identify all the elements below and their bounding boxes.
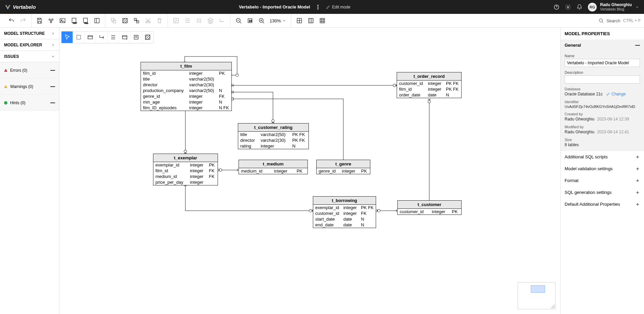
issues-section[interactable]: ISSUES xyxy=(0,51,59,62)
layers-icon[interactable] xyxy=(207,17,214,24)
check-icon[interactable] xyxy=(173,17,179,24)
grid3-icon[interactable] xyxy=(319,17,326,24)
gear-icon[interactable] xyxy=(565,4,571,10)
panel-icon[interactable] xyxy=(94,17,100,24)
pencil-icon xyxy=(326,5,330,9)
canvas-toolbar xyxy=(61,31,154,43)
model-explorer-label: MODEL EXPLORER xyxy=(4,43,42,47)
save-icon[interactable] xyxy=(36,17,43,24)
model-structure-section[interactable]: MODEL STRUCTURE xyxy=(0,28,59,39)
modified-label: Modified by xyxy=(565,125,640,129)
entity-header: t_customer_rating xyxy=(238,124,308,132)
model-explorer-section[interactable]: MODEL EXPLORER xyxy=(0,39,59,51)
column-row: film_ID_episodesintegerN FK xyxy=(141,105,231,111)
size-value: 8 tables xyxy=(565,142,640,147)
entity-t-customer-rating[interactable]: t_customer_rating titlevarchar2(50)PK FK… xyxy=(238,123,309,149)
entity-columns: genre_idintegerPK xyxy=(317,168,370,174)
entity-t-genre[interactable]: t_genre genre_idintegerPK xyxy=(316,160,370,174)
grid2-icon[interactable] xyxy=(307,17,314,24)
column-row: titlevarchar2(50)PK FK xyxy=(238,132,308,137)
select-tool[interactable] xyxy=(61,31,73,43)
entity-columns: titlevarchar2(50)PK FKdirectorvarchar2(3… xyxy=(238,132,308,149)
zoom-out-button[interactable] xyxy=(235,17,242,24)
zoom-in-button[interactable] xyxy=(258,17,265,24)
trash-icon[interactable] xyxy=(156,17,163,24)
format-section[interactable]: Format xyxy=(561,175,644,186)
minimap[interactable] xyxy=(518,282,555,309)
validation-section[interactable]: Model validation settings xyxy=(561,163,644,175)
entity-t-order-record[interactable]: t_order_record customer_idintegerPK FKfi… xyxy=(397,72,462,98)
zoom-value: 130% xyxy=(270,18,281,23)
export-pdf-button[interactable]: PDF xyxy=(71,17,77,24)
column-row: customer_idintegerFK xyxy=(313,210,376,216)
export-sql-button[interactable]: SQL xyxy=(82,17,89,24)
additional-sql-section[interactable]: Additional SQL scripts xyxy=(561,151,644,163)
column-row: exemplar_idintegerPK xyxy=(153,162,218,168)
minimap-viewport[interactable] xyxy=(531,285,545,293)
grid1-icon[interactable] xyxy=(296,17,303,24)
column-row: titlevarchar2(50) xyxy=(141,76,231,82)
resize-handle-icon[interactable] xyxy=(551,305,554,308)
svg-point-86 xyxy=(428,100,430,103)
entity-t-film[interactable]: t_film film_idintegerPKtitlevarchar2(50)… xyxy=(141,62,232,111)
relationship-wires xyxy=(59,28,560,314)
created-label: Created by xyxy=(565,112,640,116)
identifier-value: UvAdSFZjc74vOzBKGYvSHA1jDmRR7xlD xyxy=(565,105,640,109)
errors-row[interactable]: Errors (0) xyxy=(0,62,59,78)
kebab-icon[interactable] xyxy=(315,4,321,10)
brand-logo[interactable]: Vertabelo xyxy=(5,4,36,10)
hints-row[interactable]: Hints (0) xyxy=(0,95,59,111)
area-tool[interactable] xyxy=(142,31,153,43)
table-tool[interactable] xyxy=(84,31,96,43)
zoom-dropdown[interactable]: 130% xyxy=(270,18,286,23)
align-v-icon[interactable] xyxy=(196,17,202,24)
sqlgen-section[interactable]: SQL generation settings xyxy=(561,186,644,198)
redo-button[interactable] xyxy=(20,17,26,24)
general-section-header[interactable]: General xyxy=(561,40,644,50)
hatch2-icon[interactable] xyxy=(133,17,140,24)
elbow-icon[interactable] xyxy=(219,17,225,24)
change-database-link[interactable]: Change xyxy=(606,92,626,96)
align-h-icon[interactable] xyxy=(184,17,191,24)
help-icon[interactable] xyxy=(553,4,560,10)
entity-t-customer[interactable]: t_customer customer_idintegerPK xyxy=(397,200,462,215)
svg-rect-53 xyxy=(88,36,92,39)
cut-icon[interactable] xyxy=(145,17,151,24)
relation-tool[interactable] xyxy=(96,31,107,43)
entity-t-borrowing[interactable]: t_borrowing exemplar_idintegerPK FKcusto… xyxy=(313,196,376,228)
entity-t-exemplar[interactable]: t_exemplar exemplar_idintegerPKfilm_idin… xyxy=(153,154,218,185)
warnings-row[interactable]: Warnings (0) xyxy=(0,78,59,95)
zoom-fit-button[interactable]: 1:1 xyxy=(247,17,253,24)
image-icon[interactable] xyxy=(59,17,66,24)
user-menu[interactable]: RG Radu Gheorghiu Vertabelo Blog xyxy=(588,3,639,12)
header-right: RG Radu Gheorghiu Vertabelo Blog xyxy=(553,3,639,12)
entity-t-medium[interactable]: t_medium medium_idintegerPK xyxy=(239,160,308,174)
column-row: customer_idintegerPK xyxy=(398,209,461,215)
edit-mode-toggle[interactable]: Edit mode xyxy=(326,5,350,9)
svg-text:1:1: 1:1 xyxy=(249,20,252,22)
bell-icon[interactable] xyxy=(576,4,583,10)
note-tool[interactable] xyxy=(130,31,142,43)
diagram-canvas[interactable]: t_film film_idintegerPKtitlevarchar2(50)… xyxy=(59,28,560,314)
share-icon[interactable] xyxy=(48,17,54,24)
entity-columns: customer_idintegerPK xyxy=(398,209,461,215)
svg-line-38 xyxy=(263,22,264,23)
column-row: min_ageintegerN xyxy=(141,99,231,105)
view-tool[interactable] xyxy=(119,31,130,43)
addprops-section[interactable]: Default Additional Properties xyxy=(561,198,644,210)
avatar: RG xyxy=(588,3,597,12)
entity-columns: exemplar_idintegerPKfilm_idintegerFKmedi… xyxy=(153,162,218,185)
undo-button[interactable] xyxy=(8,17,15,24)
rows-tool[interactable] xyxy=(107,31,119,43)
column-row: genre_idintegerPK xyxy=(317,168,370,174)
hatch1-icon[interactable] xyxy=(122,17,128,24)
search-box[interactable]: Search CTRL + F xyxy=(598,18,641,23)
marquee-tool[interactable] xyxy=(73,31,84,43)
model-name-input[interactable] xyxy=(565,59,640,67)
entity-header: t_genre xyxy=(317,160,370,168)
model-desc-input[interactable] xyxy=(565,75,640,84)
toolbar-right: Search CTRL + F xyxy=(598,18,641,23)
copy-icon[interactable] xyxy=(110,17,117,24)
issues-label: ISSUES xyxy=(4,54,19,59)
toolbar-left: PDF SQL 1:1 130% xyxy=(3,14,330,28)
